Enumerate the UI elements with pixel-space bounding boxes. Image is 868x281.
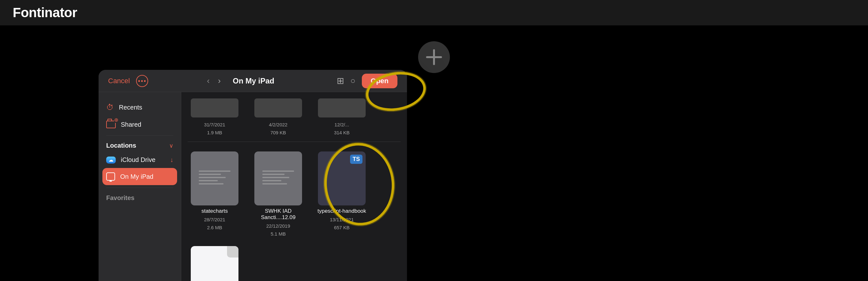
file-date: 13/11/2021 [330,217,353,222]
icloud-icon [106,156,116,164]
sidebar-divider-2 [106,188,173,188]
list-item[interactable]: SWHK IAD Sancti....12.09 22/12/2019 5.1 … [251,151,305,237]
file-date: 22/12/2019 [266,223,290,229]
files-grid: statecharts 28/7/2021 2.6 MB [188,151,401,281]
icloud-label: iCloud Drive [121,156,155,164]
locations-section-header: Locations ∨ [99,138,181,152]
file-thumb-placeholder [191,98,239,117]
file-thumb [254,151,302,205]
sidebar-item-recents[interactable]: ⏱ Recents [99,98,181,116]
list-item[interactable]: 4/2/2022 709 KB [251,98,305,135]
cancel-button[interactable]: Cancel [108,77,130,85]
ts-badge: TS [350,154,363,164]
dialog-body: ⏱ Recents Shared Locations ∨ iClou [99,92,407,281]
file-thumb-placeholder [318,98,366,117]
file-size: 1.9 MB [207,130,222,135]
app-body: Cancel ••• ‹ › On My iPad ⊞ ○ Open ⏱ [0,25,868,281]
dialog-header: Cancel ••• ‹ › On My iPad ⊞ ○ Open [99,70,407,92]
file-name: statecharts [201,208,228,214]
locations-title: Locations [106,142,136,149]
search-icon[interactable]: ○ [350,76,355,86]
file-date: 4/2/2022 [269,122,287,127]
icloud-sync-icon: ↓ [170,156,173,164]
doc-preview [195,166,234,191]
top-files-row: 31/7/2021 1.9 MB 4/2/2022 709 KB 12/2/..… [188,98,401,142]
file-thumb-placeholder [254,98,302,117]
list-item[interactable]: 31/7/2021 1.9 MB [188,98,242,135]
file-size: 709 KB [270,130,286,135]
open-button[interactable]: Open [362,74,397,88]
app-titlebar: Fontinator [0,0,868,25]
file-size: 314 KB [334,130,349,135]
add-button[interactable] [418,41,450,73]
clock-icon: ⏱ [106,103,114,112]
file-name: typescript-handbook [317,208,366,214]
file-thumb [191,246,239,281]
file-date: 31/7/2021 [204,122,225,127]
file-size: 2.6 MB [207,225,222,230]
nav-arrows: ‹ › On My iPad [205,75,281,87]
list-item[interactable]: VF-Canto.ttf 14/5/2024 209.6 MB [188,246,242,281]
file-date: 12/2/... [335,122,349,127]
shared-label: Shared [121,121,142,128]
list-item[interactable]: 12/2/... 314 KB [315,98,369,135]
ellipsis-icon: ••• [138,78,147,84]
file-size: 657 KB [334,225,349,230]
list-item[interactable]: TS typescript-handbook 13/11/2021 657 KB [315,151,369,237]
file-picker-dialog: Cancel ••• ‹ › On My iPad ⊞ ○ Open ⏱ [99,70,407,281]
ipad-label: On My iPad [120,173,153,180]
file-size: 5.1 MB [271,231,286,237]
back-arrow-icon[interactable]: ‹ [205,75,212,87]
doc-preview [259,166,297,191]
sidebar: ⏱ Recents Shared Locations ∨ iClou [99,92,181,281]
sidebar-divider [106,135,173,136]
app-title: Fontinator [13,5,77,20]
list-item[interactable]: statecharts 28/7/2021 2.6 MB [188,151,242,237]
more-options-button[interactable]: ••• [136,75,148,87]
locations-chevron-icon[interactable]: ∨ [169,142,173,149]
file-name: SWHK IAD Sancti....12.09 [251,208,305,221]
ipad-icon [106,172,115,181]
grid-view-icon[interactable]: ⊞ [337,76,344,86]
sidebar-item-icloud[interactable]: iCloud Drive ↓ [99,152,181,168]
main-content: 31/7/2021 1.9 MB 4/2/2022 709 KB 12/2/..… [181,92,407,281]
file-thumb [191,151,239,205]
dialog-actions: ⊞ ○ Open [337,74,397,88]
sidebar-item-shared[interactable]: Shared [99,116,181,133]
current-location: On My iPad [233,76,274,85]
file-date: 28/7/2021 [204,217,225,222]
forward-arrow-icon[interactable]: › [215,75,223,87]
favorites-label: Favorites [99,190,181,204]
file-thumb: TS [318,151,366,205]
recents-label: Recents [119,104,142,111]
shared-folder-icon [106,121,116,128]
sidebar-item-ipad[interactable]: On My iPad [102,168,177,185]
